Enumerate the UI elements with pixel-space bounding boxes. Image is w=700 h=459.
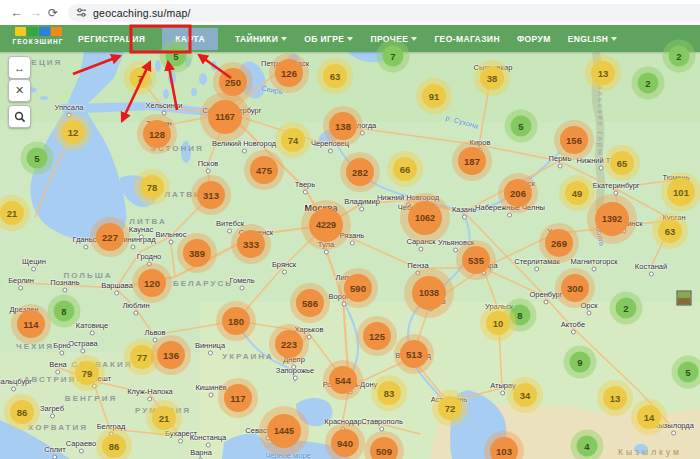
resize-button[interactable]: ↔ [8,56,31,79]
cluster-marker[interactable]: 13 [603,386,627,410]
cluster-marker[interactable]: 333 [237,230,265,258]
cluster-marker[interactable]: 63 [323,64,347,88]
cluster-marker[interactable]: 544 [329,366,357,394]
nav-item-label: КАРТА [175,34,205,44]
cluster-marker[interactable]: 14 [637,405,661,429]
cluster-marker[interactable]: 5 [511,116,532,137]
cluster-marker[interactable]: 77 [130,345,154,369]
cluster-marker[interactable]: 5 [27,148,48,169]
cluster-marker[interactable]: 38 [480,66,504,90]
cluster-marker[interactable]: 586 [296,289,324,317]
forward-button[interactable]: → [29,5,42,21]
site-logo[interactable]: ГЕОКЭШИНГ [10,27,66,45]
cluster-marker[interactable]: 300 [561,274,589,302]
back-button[interactable]: ← [10,5,23,21]
nav-item-other[interactable]: ПРОЧЕЕ [370,34,417,44]
cluster-marker[interactable]: 282 [346,158,374,186]
cluster-marker[interactable]: 21 [0,201,24,225]
nav-item-registration[interactable]: РЕГИСТРАЦИЯ [78,34,145,44]
address-bar[interactable]: geocaching.su/map/ [68,4,700,22]
browser-toolbar: ← → ⟳ geocaching.su/map/ [0,0,700,25]
cluster-marker[interactable]: 63 [658,219,682,243]
cluster-marker[interactable]: 117 [224,384,252,412]
cluster-marker[interactable]: 5 [678,362,699,383]
cluster-marker[interactable]: 5 [166,46,187,67]
cluster-marker[interactable]: 21 [152,406,176,430]
cluster-marker[interactable]: 128 [143,120,171,148]
cluster-marker[interactable]: 120 [138,269,166,297]
site-settings-icon[interactable] [76,7,87,18]
cluster-marker[interactable]: 535 [462,246,490,274]
nav-item-about[interactable]: ОБ ИГРЕ [304,34,353,44]
nav-item-label: РЕГИСТРАЦИЯ [78,34,145,44]
nav-item-english[interactable]: ENGLISH [568,34,618,44]
cluster-marker[interactable]: 475 [250,156,278,184]
nav-item-forum[interactable]: ФОРУМ [517,34,551,44]
cluster-marker[interactable]: 227 [96,223,124,251]
cluster-marker[interactable]: 2 [616,298,637,319]
cluster-marker[interactable]: 206 [504,179,532,207]
cluster-marker[interactable]: 2 [669,46,690,67]
cluster-marker[interactable]: 9 [570,352,591,373]
cluster-marker[interactable]: 8 [54,301,75,322]
cluster-marker[interactable]: 8 [510,305,531,326]
cluster-marker[interactable]: 2 [638,73,659,94]
cache-icon[interactable] [677,291,692,306]
cluster-marker[interactable]: 34 [513,383,537,407]
cluster-marker[interactable]: 4 [577,436,598,457]
cluster-marker[interactable]: 187 [458,147,486,175]
cluster-marker[interactable]: 101 [667,178,695,206]
magnifier-icon [14,111,26,123]
cluster-marker[interactable]: 13 [591,61,615,85]
cluster-marker[interactable]: 114 [17,310,45,338]
cluster-marker[interactable]: 7 [383,46,404,67]
cluster-marker[interactable]: 940 [331,429,359,457]
cluster-marker[interactable]: 509 [370,437,398,459]
search-button[interactable] [8,105,31,128]
cluster-marker[interactable]: 389 [183,239,211,267]
cluster-marker[interactable]: 65 [610,151,634,175]
cluster-marker[interactable]: 1392 [595,202,629,236]
cluster-marker[interactable]: 223 [275,330,303,358]
cluster-marker[interactable]: 86 [102,434,126,458]
cluster-marker[interactable]: 250 [219,68,247,96]
cluster-marker[interactable]: 4229 [309,208,343,242]
cluster-marker[interactable]: 156 [560,126,588,154]
logo-icons [15,27,62,36]
cluster-marker[interactable]: 125 [363,322,391,350]
cluster-marker[interactable]: 313 [197,181,225,209]
cluster-marker[interactable]: 49 [565,181,589,205]
cluster-marker[interactable]: 78 [140,175,164,199]
cluster-marker[interactable]: 138 [329,112,357,140]
cluster-marker[interactable]: 103 [490,437,518,459]
close-button[interactable]: ✕ [8,79,31,102]
cluster-marker[interactable]: 12 [61,120,85,144]
cluster-marker[interactable]: 83 [377,381,401,405]
cluster-marker[interactable]: 91 [422,84,446,108]
cluster-marker[interactable]: 1445 [267,414,301,448]
nav-item-caches[interactable]: ТАЙНИКИ [235,34,287,44]
cluster-marker[interactable]: 86 [10,400,34,424]
cluster-marker[interactable]: 1167 [208,100,242,134]
nav-item-label: ENGLISH [568,34,609,44]
cluster-marker[interactable]: 513 [400,340,428,368]
cluster-marker[interactable]: 7 [130,68,151,89]
cluster-marker[interactable]: 66 [393,157,417,181]
reload-button[interactable]: ⟳ [48,5,58,21]
cluster-marker[interactable]: 136 [157,341,185,369]
cluster-marker[interactable]: 590 [344,274,372,302]
cluster-marker[interactable]: 79 [75,361,99,385]
nav-item-shop[interactable]: ГЕО-МАГАЗИН [434,34,500,44]
url-text: geocaching.su/map/ [93,7,191,19]
cluster-marker[interactable]: 269 [545,229,573,257]
cluster-marker[interactable]: 1062 [408,201,442,235]
chevron-down-icon [411,37,417,41]
cluster-marker[interactable]: 126 [275,59,303,87]
cluster-marker[interactable]: 1038 [412,276,446,310]
cluster-marker[interactable]: 72 [438,396,462,420]
nav-item-label: ПРОЧЕЕ [370,34,408,44]
cluster-marker[interactable]: 180 [222,307,250,335]
cluster-marker[interactable]: 74 [281,128,305,152]
cluster-marker[interactable]: 10 [486,311,510,335]
nav-menu: РЕГИСТРАЦИЯКАРТАТАЙНИКИОБ ИГРЕПРОЧЕЕГЕО-… [78,25,617,52]
